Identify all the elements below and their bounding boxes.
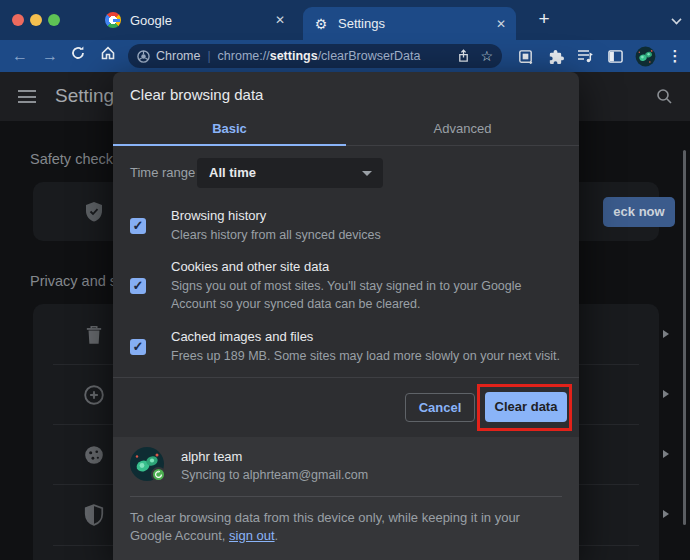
buttons-divider <box>113 377 579 378</box>
tab-close-icon[interactable]: ✕ <box>275 13 285 27</box>
dialog-tabs: Basic Advanced <box>113 114 579 146</box>
sign-out-link[interactable]: sign out <box>229 528 275 543</box>
forward-button[interactable]: → <box>38 45 62 67</box>
clear-data-button[interactable]: Clear data <box>485 392 567 422</box>
address-bar[interactable]: Chrome | chrome://settings/clearBrowserD… <box>128 44 502 68</box>
privacy-guide-icon <box>83 384 105 406</box>
google-favicon-icon <box>105 12 121 28</box>
home-button[interactable] <box>96 45 120 67</box>
browser-toolbar: ← → Chrome | chrome://settings/clearBrow… <box>0 40 690 72</box>
address-product-label: Chrome <box>156 49 200 63</box>
chevron-right-icon <box>663 390 669 398</box>
footer-note: To clear browsing data from this device … <box>130 509 550 545</box>
zoom-window-button[interactable] <box>48 14 60 26</box>
settings-search-button[interactable] <box>656 88 673 109</box>
tab-advanced[interactable]: Advanced <box>346 114 579 145</box>
footer-note-period: . <box>275 528 279 543</box>
reading-list-button[interactable] <box>510 40 540 72</box>
checkbox-description: Frees up 189 MB. Some sites may load mor… <box>171 347 561 365</box>
sync-badge-icon <box>151 467 166 482</box>
menu-hamburger-icon[interactable] <box>18 90 36 103</box>
tab-label: Settings <box>338 16 385 31</box>
cookies-checkbox[interactable]: ✓ <box>130 278 146 294</box>
back-button[interactable]: ← <box>8 45 32 67</box>
settings-page-title: Setting <box>55 85 114 107</box>
chevron-right-icon <box>663 330 669 338</box>
side-panel-button[interactable] <box>600 40 630 72</box>
account-sync-status: Syncing to alphrteam@gmail.com <box>181 468 368 482</box>
new-tab-button[interactable]: + <box>532 8 556 32</box>
security-shield-icon <box>83 504 105 526</box>
tab-label: Google <box>130 13 172 28</box>
gear-favicon-icon: ⚙ <box>313 16 329 32</box>
home-icon <box>100 45 116 61</box>
tab-settings[interactable]: ⚙ Settings ✕ <box>303 7 516 40</box>
shield-check-icon <box>83 201 105 223</box>
section-heading-privacy: Privacy and s <box>30 273 117 289</box>
browser-menu-button[interactable]: ⋮ <box>660 40 690 72</box>
minimize-window-button[interactable] <box>30 14 42 26</box>
reading-list-icon <box>517 48 534 65</box>
time-range-value: All time <box>209 165 256 180</box>
search-icon <box>656 88 673 105</box>
chevron-right-icon <box>663 450 669 458</box>
reload-icon <box>70 45 86 61</box>
browsing-history-checkbox[interactable]: ✓ <box>130 218 146 234</box>
checkbox-row-browsing-history: ✓ Browsing history Clears history from a… <box>130 208 562 244</box>
close-window-button[interactable] <box>12 14 24 26</box>
address-scheme: chrome:// <box>218 49 270 63</box>
address-host: settings <box>270 49 318 63</box>
profile-avatar-button[interactable] <box>630 40 660 72</box>
bookmark-star-icon[interactable]: ☆ <box>480 48 493 64</box>
address-path: /clearBrowserData <box>318 49 421 63</box>
account-name: alphr team <box>181 449 242 464</box>
cookie-icon <box>83 444 105 466</box>
checkbox-title: Cookies and other site data <box>171 259 329 274</box>
dropdown-caret-icon <box>362 171 372 176</box>
media-controls-icon <box>576 48 594 64</box>
chevron-right-icon <box>663 510 669 518</box>
time-range-select[interactable]: All time <box>197 158 383 188</box>
extensions-puzzle-icon <box>547 48 564 65</box>
share-icon[interactable] <box>457 49 470 63</box>
checkbox-description: Signs you out of most sites. You'll stay… <box>171 277 561 313</box>
clear-browsing-data-dialog: Clear browsing data Basic Advanced Time … <box>113 72 579 560</box>
checkbox-description: Clears history from all synced devices <box>171 226 561 244</box>
account-avatar <box>130 447 164 481</box>
page-scrollbar[interactable] <box>683 150 686 525</box>
tab-google[interactable]: Google ✕ <box>95 0 295 40</box>
tab-close-icon[interactable]: ✕ <box>496 17 506 31</box>
checkbox-title: Browsing history <box>171 208 266 223</box>
dialog-title: Clear browsing data <box>130 86 263 103</box>
time-range-label: Time range <box>130 165 195 180</box>
checkbox-row-cached-images: ✓ Cached images and files Frees up 189 M… <box>130 329 562 365</box>
highlight-annotation-box: Clear data <box>477 384 572 431</box>
checkbox-title: Cached images and files <box>171 329 313 344</box>
checkbox-row-cookies: ✓ Cookies and other site data Signs you … <box>130 259 562 313</box>
media-controls-button[interactable] <box>570 40 600 72</box>
trash-icon <box>83 324 105 346</box>
reload-button[interactable] <box>66 45 90 67</box>
section-heading-safety-check: Safety check <box>30 151 113 167</box>
tab-basic[interactable]: Basic <box>113 114 346 145</box>
side-panel-icon <box>607 49 624 64</box>
cached-images-checkbox[interactable]: ✓ <box>130 339 146 355</box>
dialog-account-footer: alphr team Syncing to alphrteam@gmail.co… <box>113 437 579 560</box>
extensions-button[interactable] <box>540 40 570 72</box>
cancel-button[interactable]: Cancel <box>405 393 475 422</box>
tab-bar: Google ✕ ⚙ Settings ✕ + <box>0 0 690 40</box>
tab-search-chevron-icon[interactable] <box>671 15 680 24</box>
check-now-button[interactable]: eck now <box>603 197 675 227</box>
address-separator: | <box>207 49 210 63</box>
chrome-logo-icon <box>137 50 150 63</box>
footer-note-text: To clear browsing data from this device … <box>130 510 520 543</box>
profile-avatar-icon <box>635 46 656 67</box>
footer-divider <box>130 496 562 497</box>
